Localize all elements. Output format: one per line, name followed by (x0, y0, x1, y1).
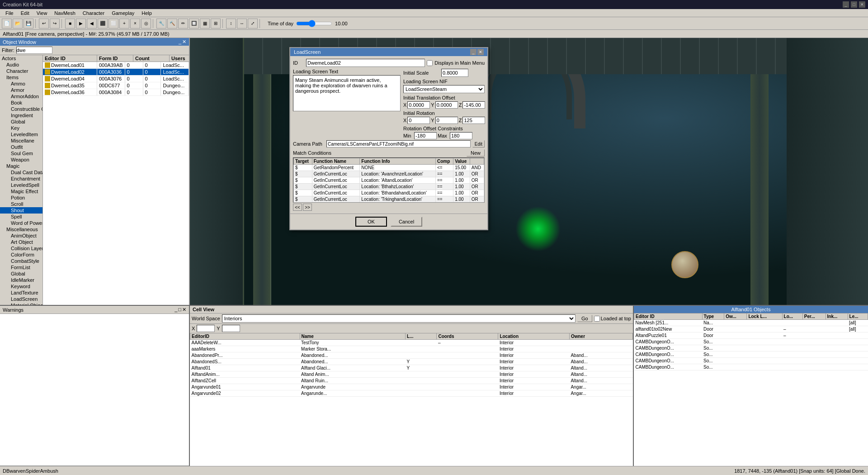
tree-item-magiceffect[interactable]: Magic Effect (0, 188, 42, 195)
tool14[interactable]: ⊞ (211, 19, 221, 28)
match-row[interactable]: $ GetInCurrentLoc Location: 'AltandLocat… (294, 177, 484, 184)
cell-row[interactable]: aaaMarkers Marker Stora... Interior (190, 346, 633, 352)
filter-input[interactable] (16, 47, 52, 54)
tree-item-audio[interactable]: Audio (0, 62, 42, 68)
minimize-btn[interactable]: _ (843, 1, 849, 8)
match-row[interactable]: $ GetInCurrentLoc Location: 'KagrezelLoc… (294, 203, 484, 203)
tree-item-leveledspell[interactable]: LeveledSpell (0, 182, 42, 188)
match-row[interactable]: $ GetInCurrentLoc Location: 'BthahzLocat… (294, 184, 484, 190)
cell-col-l[interactable]: L... (406, 333, 437, 340)
col-editor-id[interactable]: Editor ID (43, 55, 97, 62)
tree-item-leveleditem[interactable]: LeveledItem (0, 131, 42, 138)
tree-item-ingredient[interactable]: Ingredient (0, 112, 42, 119)
menu-file[interactable]: File (2, 9, 17, 17)
tree-item-collisionlayer[interactable]: Collision Layer (0, 245, 42, 252)
warnings-close[interactable]: ✕ (182, 307, 186, 313)
tree-item-enchantment[interactable]: Enchantment (0, 176, 42, 182)
dialog-minimize[interactable]: _ (470, 49, 476, 55)
new-btn[interactable]: 📄 (2, 19, 12, 28)
col-form-id[interactable]: Form ID (97, 55, 133, 62)
tree-item-ammo[interactable]: Ammo (0, 81, 42, 87)
cell-row[interactable]: AAADeleteW... TestTony – Interior (190, 340, 633, 346)
tree-item-key[interactable]: Key (0, 125, 42, 131)
tree-item-constructible[interactable]: Constructible Obje (0, 106, 42, 112)
ok-btn[interactable]: OK (355, 217, 387, 227)
tool11[interactable]: ✏ (178, 19, 188, 28)
tool7[interactable]: × (130, 19, 140, 28)
nav-next-btn[interactable]: >> (303, 204, 312, 211)
tree-item-actors[interactable]: Actors (0, 55, 42, 62)
tree-item-magic[interactable]: Magic (0, 163, 42, 169)
tool16[interactable]: ↔ (237, 19, 247, 28)
initial-scale-input[interactable] (441, 69, 468, 77)
min-input[interactable] (414, 132, 437, 139)
undo-btn[interactable]: ↩ (39, 19, 49, 28)
tree-item-landtexture[interactable]: LandTexture (0, 290, 42, 296)
list-item[interactable]: DwemeLoad01 000A39AB 0 0 LoadSc... (43, 62, 189, 69)
ro-col-ow[interactable]: Ow... (724, 314, 747, 320)
tool17[interactable]: ⤢ (248, 19, 258, 28)
warnings-minimize[interactable]: _ (175, 307, 177, 313)
list-item[interactable]: DwemeLoad36 000A3084 0 0 Dungeo... (43, 89, 189, 96)
tree-item-animobject[interactable]: AnimObject (0, 233, 42, 239)
tree-item-character[interactable]: Character (0, 68, 42, 74)
right-object-row[interactable]: CAMBDungeonO... So... (634, 339, 868, 345)
tree-item-wordofpower[interactable]: Word of Power (0, 220, 42, 226)
ro-col-lockl[interactable]: Lock L... (747, 314, 782, 320)
cell-row[interactable]: Angarvunde02 Angarunde... Interior Angar… (190, 390, 633, 397)
menu-help[interactable]: Help (138, 9, 156, 17)
tree-item-outfit[interactable]: Outfit (0, 144, 42, 150)
maximize-btn[interactable]: □ (851, 1, 857, 8)
menu-navmesh[interactable]: NavMesh (51, 9, 79, 17)
nav-prev-btn[interactable]: << (293, 204, 302, 211)
tool5[interactable]: ⬜ (108, 19, 118, 28)
tool2[interactable]: ▶ (76, 19, 86, 28)
cell-x-input[interactable] (197, 325, 215, 332)
menu-edit[interactable]: Edit (17, 9, 33, 17)
cell-col-name[interactable]: Name (300, 333, 405, 340)
max-input[interactable] (450, 132, 472, 139)
cancel-btn[interactable]: Cancel (391, 217, 422, 227)
tree-item-idlemarker[interactable]: IdleMarker (0, 277, 42, 283)
go-btn[interactable]: Go (577, 315, 592, 322)
ty-input[interactable] (435, 101, 458, 109)
tree-item-scroll[interactable]: Scroll (0, 201, 42, 207)
tool9[interactable]: 🔧 (156, 19, 166, 28)
match-row[interactable]: $ GetInCurrentLoc Location: 'AvanchnzelL… (294, 171, 484, 177)
ro-col-lo[interactable]: Lo... (782, 314, 802, 320)
cell-row[interactable]: AlftandAnim... Altand Anim... Interior A… (190, 371, 633, 378)
cell-col-location[interactable]: Location (498, 333, 570, 340)
world-space-select[interactable]: Interiors (222, 314, 576, 323)
tree-item-book[interactable]: Book (0, 100, 42, 106)
displays-main-menu-checkbox[interactable] (427, 60, 433, 66)
right-object-row[interactable]: alftand01to02New Door – [all] (634, 326, 868, 332)
tree-item-artobject[interactable]: Art Object (0, 239, 42, 245)
menu-view[interactable]: View (33, 9, 51, 17)
list-item[interactable]: DwemeLoad04 000A3076 0 0 LoadSc... (43, 76, 189, 82)
tree-item-global2[interactable]: Global (0, 271, 42, 277)
menu-gameplay[interactable]: Gameplay (108, 9, 138, 17)
match-row[interactable]: $ GetInCurrentLoc Location: 'Bthandahand… (294, 190, 484, 196)
cell-col-coords[interactable]: Coords (437, 333, 498, 340)
cell-row[interactable]: Angarvunde01 Angarvunde Interior Angar..… (190, 384, 633, 390)
tree-item-shout[interactable]: Shout (0, 207, 42, 214)
rz-input[interactable] (462, 117, 485, 124)
obj-win-close[interactable]: ✕ (182, 39, 186, 45)
time-slider[interactable] (296, 20, 332, 27)
tree-item-keyword[interactable]: Keyword (0, 283, 42, 290)
tool15[interactable]: ↕ (226, 19, 236, 28)
close-btn[interactable]: ✕ (859, 1, 865, 8)
new-condition-btn[interactable]: New (467, 149, 485, 157)
tree-item-soulgem[interactable]: Soul Gem (0, 150, 42, 157)
tool8[interactable]: ◎ (141, 19, 151, 28)
tool10[interactable]: 🔨 (167, 19, 177, 28)
save-btn[interactable]: 💾 (24, 19, 33, 28)
tool3[interactable]: ◀ (87, 19, 97, 28)
open-btn[interactable]: 📂 (13, 19, 23, 28)
dialog-close[interactable]: ✕ (477, 49, 484, 55)
tree-item-combatstyle[interactable]: CombatStyle (0, 258, 42, 264)
tool12[interactable]: 🔲 (189, 19, 199, 28)
nif-select[interactable]: LoadScreenSteam (403, 85, 485, 93)
obj-win-minimize[interactable]: _ (179, 39, 181, 45)
list-item[interactable]: DwemeLoad35 00DC677 0 0 Dungeo... (43, 82, 189, 89)
